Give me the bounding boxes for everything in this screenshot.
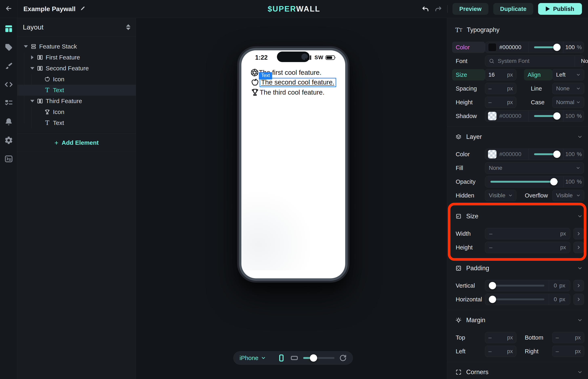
sidebar-item-settings-gear[interactable]: [4, 136, 13, 145]
chevron-down-icon[interactable]: [577, 213, 583, 219]
publish-button[interactable]: Publish: [538, 3, 582, 15]
landscape-orientation-button[interactable]: [290, 354, 298, 362]
overflow-dropdown[interactable]: Visible: [552, 190, 584, 201]
font-search[interactable]: [485, 56, 575, 66]
padding-vertical-slider[interactable]: [490, 280, 544, 291]
zoom-slider[interactable]: [303, 354, 334, 362]
height-input[interactable]: – px: [485, 242, 570, 253]
color-opacity-slider[interactable]: [529, 42, 563, 53]
sidebar-item-products-tag[interactable]: [4, 43, 13, 52]
portrait-orientation-button[interactable]: [277, 354, 286, 362]
font-weight-select[interactable]: Normal: [575, 56, 588, 66]
back-button[interactable]: [0, 0, 17, 18]
expand-arrow-icon[interactable]: [29, 55, 36, 59]
font-size-input[interactable]: 16px: [485, 69, 516, 80]
margin-right-input[interactable]: –px: [552, 346, 584, 357]
slider-thumb[interactable]: [553, 112, 560, 120]
layer-color-hex[interactable]: #000000: [499, 151, 521, 158]
feature-row-second-selected[interactable]: Text The second cool feature.: [250, 78, 336, 87]
layer-color-swatch-field[interactable]: #000000: [485, 149, 529, 160]
tree-item-icon[interactable]: Icon: [17, 107, 136, 117]
width-input[interactable]: – px: [485, 228, 570, 239]
color-opacity-value[interactable]: 100%: [563, 42, 584, 53]
layer-color-opacity-value[interactable]: 100%: [563, 149, 584, 160]
duplicate-button[interactable]: Duplicate: [493, 3, 533, 15]
chevron-down-icon[interactable]: [577, 134, 583, 140]
tree-item-text-selected[interactable]: T Text: [17, 85, 136, 95]
sidebar-item-notifications-bell[interactable]: [4, 117, 13, 126]
shadow-opacity-value[interactable]: 100%: [563, 111, 584, 122]
line-height-input[interactable]: –px: [485, 97, 516, 108]
sidebar-item-checklist[interactable]: [4, 99, 13, 108]
tree-item-text[interactable]: T Text: [17, 117, 136, 128]
redo-button[interactable]: [434, 5, 442, 13]
collapse-arrow-icon[interactable]: [29, 67, 36, 70]
sidebar-item-layout[interactable]: [4, 24, 13, 33]
hidden-dropdown[interactable]: Visible: [485, 190, 516, 201]
collapse-arrow-icon[interactable]: [29, 100, 36, 102]
align-dropdown[interactable]: Left: [552, 69, 584, 80]
slider-thumb[interactable]: [489, 282, 496, 289]
opacity-value[interactable]: 100%: [563, 176, 584, 187]
shadow-opacity-slider[interactable]: [529, 111, 563, 122]
fill-dropdown[interactable]: None: [485, 162, 584, 174]
padding-vertical-expand-button[interactable]: [573, 280, 584, 291]
color-swatch-field[interactable]: #000000: [485, 42, 529, 53]
zoom-slider-thumb[interactable]: [310, 354, 317, 362]
height-expand-button[interactable]: [573, 242, 584, 253]
spacing-input[interactable]: –px: [485, 83, 516, 94]
opacity-slider[interactable]: [485, 176, 563, 187]
tree-item-second-feature[interactable]: Second Feature: [17, 63, 136, 74]
add-element-button[interactable]: + Add Element: [17, 134, 136, 152]
padding-horizontal-value[interactable]: 0px: [549, 294, 570, 305]
line-height-row: Height –px Case Normal: [456, 97, 584, 108]
color-property-chip[interactable]: Color: [452, 42, 485, 53]
sidebar-item-theme-brush[interactable]: [4, 62, 13, 70]
collapse-arrow-icon[interactable]: [22, 45, 30, 48]
align-property-chip[interactable]: Align: [524, 69, 552, 80]
line-dropdown[interactable]: None: [552, 83, 584, 94]
tree-item-first-feature[interactable]: First Feature: [17, 52, 136, 63]
slider-thumb[interactable]: [489, 296, 496, 303]
color-hex-value[interactable]: #000000: [499, 44, 521, 50]
slider-thumb[interactable]: [550, 178, 558, 185]
sort-icon[interactable]: [126, 24, 131, 30]
refresh-button[interactable]: [339, 354, 347, 362]
slider-thumb[interactable]: [553, 44, 560, 51]
font-search-input[interactable]: [497, 58, 571, 64]
device-selector[interactable]: iPhone: [240, 355, 266, 362]
layer-color-swatch[interactable]: [488, 150, 497, 158]
shadow-swatch[interactable]: [488, 112, 497, 120]
topbar-divider: [447, 5, 448, 13]
color-swatch[interactable]: [488, 43, 497, 51]
padding-horizontal-expand-button[interactable]: [573, 294, 584, 305]
feature-row-third[interactable]: The third cool feature.: [250, 88, 336, 97]
margin-bottom-input[interactable]: –px: [552, 332, 584, 343]
canvas[interactable]: 1:22 SW The first cool feature. Text: [136, 18, 447, 379]
undo-button[interactable]: [421, 5, 429, 13]
layer-color-opacity-slider[interactable]: [529, 149, 563, 160]
sidebar-item-code[interactable]: [4, 80, 13, 89]
width-expand-button[interactable]: [573, 228, 584, 239]
margin-top-input[interactable]: –px: [485, 332, 516, 343]
padding-horizontal-slider[interactable]: [490, 294, 544, 305]
chevron-down-icon[interactable]: [577, 369, 583, 375]
text-icon: T: [43, 87, 51, 93]
case-dropdown[interactable]: Normal: [552, 97, 584, 108]
chevron-down-icon[interactable]: [577, 265, 583, 271]
phone-screen[interactable]: 1:22 SW The first cool feature. Text: [241, 50, 345, 278]
shadow-hex-value[interactable]: #000000: [499, 113, 521, 119]
padding-vertical-value[interactable]: 0px: [549, 280, 570, 291]
padding-vertical-group: 0px: [485, 280, 570, 291]
tree-item-icon[interactable]: Icon: [17, 74, 136, 85]
shadow-swatch-field[interactable]: #000000: [485, 111, 529, 122]
slider-thumb[interactable]: [553, 151, 560, 158]
preview-button[interactable]: Preview: [452, 3, 488, 15]
margin-left-input[interactable]: –px: [485, 346, 516, 357]
tree-item-feature-stack[interactable]: Feature Stack: [17, 41, 136, 52]
tree-item-third-feature[interactable]: Third Feature: [17, 95, 136, 107]
edit-title-icon[interactable]: [80, 5, 85, 13]
sidebar-item-terminal[interactable]: [4, 154, 13, 163]
chevron-down-icon[interactable]: [577, 317, 583, 323]
size-property-chip[interactable]: Size: [452, 69, 485, 80]
